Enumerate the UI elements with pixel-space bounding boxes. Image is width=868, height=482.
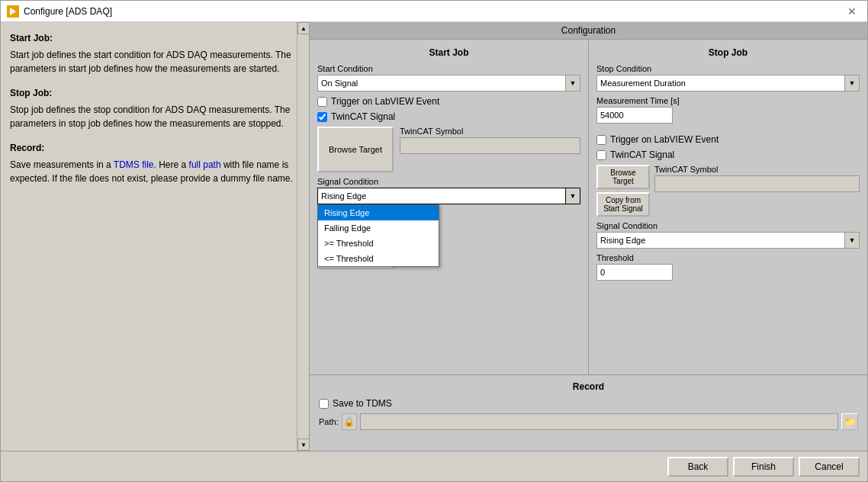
config-area: Start Job Start Condition ▼ Trigger on L… — [310, 40, 867, 374]
path-label: Path: — [319, 417, 339, 426]
tdms-link[interactable]: TDMS file — [114, 159, 154, 170]
trigger-labview-row: Trigger on LabVIEW Event — [317, 96, 580, 107]
stop-signal-condition-input[interactable] — [596, 232, 844, 249]
stop-twincat-symbol-label: TwinCAT Symbol — [654, 165, 860, 174]
stop-job-title-text: Stop Job — [10, 88, 49, 98]
twincat-signal-row: TwinCAT Signal — [317, 111, 580, 122]
stop-twincat-signal-label: TwinCAT Signal — [610, 149, 674, 160]
stop-job-text: Stop job defines the stop condition for … — [10, 104, 290, 129]
path-lock-icon: 🔒 — [342, 413, 357, 430]
stop-trigger-labview-label: Trigger on LabVIEW Event — [610, 134, 719, 145]
start-condition-field: ▼ — [317, 75, 580, 92]
stop-job-section: Stop Job: Stop job defines the stop cond… — [10, 86, 294, 130]
signal-condition-label: Signal Condition — [317, 177, 580, 186]
stop-twincat-signal-checkbox[interactable] — [596, 150, 606, 160]
stop-signal-condition-section: Signal Condition ▼ — [596, 221, 860, 249]
main-content: Start Job: Start job defines the start c… — [1, 22, 867, 451]
stop-browse-row: BrowseTarget Copy fromStart Signal TwinC… — [596, 165, 860, 217]
stop-trigger-labview-row: Trigger on LabVIEW Event — [596, 134, 860, 145]
stop-condition-label: Stop Condition — [596, 64, 860, 73]
right-panel: Configuration Start Job Start Condition … — [310, 22, 867, 451]
stop-job-title: Stop Job: — [10, 86, 294, 100]
twincat-symbol-label: TwinCAT Symbol — [400, 127, 580, 136]
stop-job-panel: Stop Job Stop Condition ▼ Measurement Ti… — [589, 40, 867, 374]
start-job-section: Start Job: Start job defines the start c… — [10, 31, 294, 76]
stop-condition-input[interactable] — [596, 75, 844, 92]
stop-condition-dropdown-arrow[interactable]: ▼ — [844, 75, 860, 92]
signal-condition-dropdown: ▼ — [317, 188, 580, 204]
start-condition-dropdown-arrow[interactable]: ▼ — [565, 75, 580, 92]
stop-buttons-col: BrowseTarget Copy fromStart Signal — [596, 165, 650, 217]
stop-signal-condition-field: ▼ — [596, 232, 860, 249]
start-condition-label: Start Condition — [317, 64, 580, 73]
title-bar: Configure [ADS DAQ] ✕ — [1, 1, 867, 22]
twincat-signal-label: TwinCAT Signal — [331, 111, 395, 122]
record-title: Record: — [10, 141, 294, 155]
measurement-time-label: Measurement Time [s] — [596, 96, 860, 105]
twincat-symbol-container: TwinCAT Symbol — [400, 127, 580, 159]
close-button[interactable]: ✕ — [843, 4, 861, 19]
save-to-tdms-label: Save to TDMS — [333, 398, 392, 409]
signal-condition-dropdown-arrow[interactable]: ▼ — [565, 188, 580, 204]
menu-item-lte-threshold[interactable]: <= Threshold — [318, 251, 439, 266]
measurement-time-input[interactable] — [596, 107, 673, 124]
browse-target-button[interactable]: Browse Target — [317, 127, 394, 172]
twincat-signal-checkbox[interactable] — [317, 112, 327, 122]
stop-twincat-symbol-input[interactable] — [654, 175, 860, 192]
title-bar-left: Configure [ADS DAQ] — [7, 5, 112, 18]
stop-threshold-label: Threshold — [596, 253, 860, 262]
record-section: Record: Save measurements in a TDMS file… — [10, 141, 294, 185]
stop-threshold-input[interactable] — [596, 264, 673, 281]
start-job-title: Start Job: — [10, 31, 294, 45]
stop-condition-field: ▼ — [596, 75, 860, 92]
start-condition-input[interactable] — [317, 75, 565, 92]
scroll-down-arrow[interactable]: ▼ — [297, 439, 310, 451]
record-text: Save measurements in a TDMS file. Here a… — [10, 159, 293, 184]
start-job-panel-title: Start Job — [317, 47, 580, 58]
start-job-panel: Start Job Start Condition ▼ Trigger on L… — [310, 40, 589, 374]
stop-twincat-symbol-container: TwinCAT Symbol — [654, 165, 860, 197]
signal-condition-dropdown-container: ▼ Rising Edge Falling Edge >= Threshold … — [317, 188, 580, 204]
path-input[interactable] — [360, 413, 838, 430]
path-row: Path: 🔒 📁 — [319, 413, 858, 430]
signal-condition-section: Signal Condition ▼ Rising Edge Falling E… — [317, 177, 580, 204]
trigger-labview-checkbox[interactable] — [317, 97, 327, 107]
record-panel: Record Save to TDMS Path: 🔒 📁 — [310, 374, 867, 451]
cancel-button[interactable]: Cancel — [799, 457, 860, 477]
svg-marker-0 — [10, 8, 16, 15]
trigger-labview-label: Trigger on LabVIEW Event — [331, 96, 439, 107]
stop-threshold-field: Threshold — [596, 253, 860, 281]
save-to-tdms-checkbox[interactable] — [319, 399, 329, 409]
bottom-bar: Back Finish Cancel — [1, 451, 867, 481]
stop-signal-condition-label: Signal Condition — [596, 221, 860, 230]
signal-condition-menu: Rising Edge Falling Edge >= Threshold <=… — [317, 204, 439, 267]
menu-item-rising-edge[interactable]: Rising Edge — [318, 205, 439, 220]
app-icon — [7, 5, 19, 18]
menu-item-gte-threshold[interactable]: >= Threshold — [318, 236, 439, 251]
finish-button[interactable]: Finish — [733, 457, 794, 477]
stop-trigger-labview-checkbox[interactable] — [596, 135, 606, 145]
back-button[interactable]: Back — [667, 457, 728, 477]
twincat-symbol-input[interactable] — [400, 137, 580, 154]
record-panel-title: Record — [319, 381, 858, 392]
save-to-tdms-row: Save to TDMS — [319, 398, 858, 409]
menu-item-falling-edge[interactable]: Falling Edge — [318, 220, 439, 236]
scroll-up-arrow[interactable]: ▲ — [297, 22, 310, 34]
stop-copy-from-signal-button[interactable]: Copy fromStart Signal — [596, 192, 650, 217]
stop-twincat-signal-row: TwinCAT Signal — [596, 149, 860, 160]
stop-browse-target-button[interactable]: BrowseTarget — [596, 165, 650, 189]
full-path-link[interactable]: full path — [189, 159, 221, 170]
window-title: Configure [ADS DAQ] — [24, 6, 112, 17]
start-job-text: Start job defines the start condition fo… — [10, 50, 291, 74]
browse-twincat-row: Browse Target TwinCAT Symbol — [317, 127, 580, 172]
stop-trigger-section: Trigger on LabVIEW Event TwinCAT Signal — [596, 134, 860, 160]
configuration-label: Configuration — [310, 22, 867, 40]
stop-job-panel-title: Stop Job — [596, 47, 860, 58]
stop-signal-condition-dropdown-arrow[interactable]: ▼ — [844, 232, 860, 249]
signal-condition-input[interactable] — [317, 188, 565, 204]
left-panel: Start Job: Start job defines the start c… — [1, 22, 310, 451]
main-window: Configure [ADS DAQ] ✕ Start Job: Start j… — [0, 0, 868, 482]
folder-browse-button[interactable]: 📁 — [841, 413, 858, 430]
